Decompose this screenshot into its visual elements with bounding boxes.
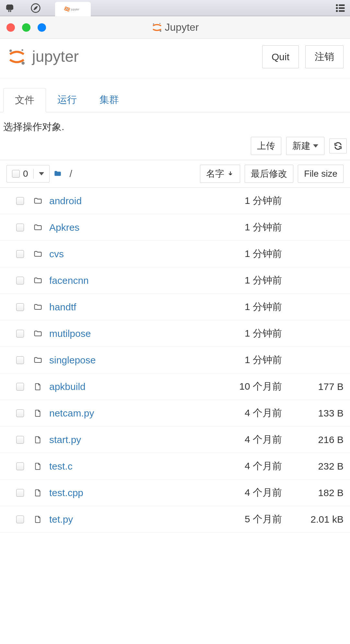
row-checkbox[interactable] — [16, 516, 24, 523]
file-icon — [33, 382, 43, 392]
file-name-link[interactable]: mutilpose — [49, 328, 207, 339]
window-titlebar: Jupyter — [0, 16, 350, 39]
svg-rect-7 — [339, 4, 345, 6]
folder-home-icon[interactable] — [53, 170, 63, 178]
android-icon[interactable] — [3, 2, 16, 15]
file-name-link[interactable]: apkbuild — [49, 381, 207, 392]
file-row: test.cpp4 个月前182 B — [0, 480, 350, 506]
file-row: netcam.py4 个月前133 B — [0, 400, 350, 427]
file-size: 232 B — [285, 461, 344, 472]
file-name-link[interactable]: start.py — [49, 434, 207, 445]
file-modified: 5 个月前 — [211, 513, 282, 526]
folder-icon — [33, 275, 43, 286]
file-name-link[interactable]: test.cpp — [49, 487, 207, 498]
tab-0[interactable]: 文件 — [3, 88, 46, 112]
file-modified: 4 个月前 — [211, 486, 282, 499]
svg-point-15 — [9, 50, 12, 52]
file-icon — [33, 408, 43, 418]
row-checkbox[interactable] — [16, 409, 24, 417]
tab-2[interactable]: 集群 — [88, 88, 130, 112]
file-modified: 1 分钟前 — [211, 300, 282, 314]
file-name-link[interactable]: test.c — [49, 461, 207, 472]
folder-icon — [33, 222, 43, 233]
folder-icon — [33, 302, 43, 312]
row-checkbox[interactable] — [16, 197, 24, 205]
action-row: 上传 新建 — [0, 137, 350, 160]
upload-button[interactable]: 上传 — [251, 137, 281, 155]
quit-button[interactable]: Quit — [262, 45, 299, 68]
window-title: Jupyter — [151, 21, 199, 33]
folder-icon — [33, 355, 43, 365]
sort-name-button[interactable]: 名字 — [200, 165, 240, 183]
sort-modified-button[interactable]: 最后修改 — [245, 165, 293, 183]
svg-point-6 — [336, 4, 338, 6]
tabs: 文件运行集群 — [0, 78, 350, 112]
file-size: 133 B — [285, 408, 344, 419]
instruction-text: 选择操作对象. — [0, 112, 350, 137]
row-checkbox[interactable] — [16, 303, 24, 311]
file-icon — [33, 488, 43, 498]
sort-size-button[interactable]: File size — [298, 165, 344, 183]
select-all-checkbox[interactable] — [12, 170, 20, 178]
compass-icon[interactable] — [29, 2, 42, 15]
svg-text:jupyter: jupyter — [71, 7, 79, 11]
caret-down-icon — [39, 172, 44, 175]
svg-point-4 — [66, 8, 68, 10]
new-button[interactable]: 新建 — [286, 137, 324, 155]
row-checkbox[interactable] — [16, 250, 24, 258]
file-name-link[interactable]: cvs — [49, 249, 207, 260]
svg-point-10 — [336, 10, 338, 12]
selected-count: 0 — [23, 169, 28, 179]
traffic-lights — [6, 23, 46, 32]
sort-name-label: 名字 — [206, 168, 224, 180]
file-name-link[interactable]: tet.py — [49, 514, 207, 525]
file-row: android1 分钟前 — [0, 188, 350, 214]
file-icon — [33, 435, 43, 445]
jupyter-tab[interactable]: jupyter — [55, 2, 91, 16]
svg-point-14 — [159, 23, 160, 24]
window-title-text: Jupyter — [165, 21, 199, 33]
refresh-button[interactable] — [329, 139, 347, 153]
file-name-link[interactable]: singlepose — [49, 355, 207, 366]
select-dropdown[interactable] — [33, 169, 49, 179]
file-size: 177 B — [285, 381, 344, 392]
file-modified: 4 个月前 — [211, 406, 282, 420]
jupyter-logo[interactable]: jupyter — [6, 47, 99, 67]
breadcrumb[interactable]: / — [70, 168, 72, 179]
file-row: apkbuild10 个月前177 B — [0, 373, 350, 400]
file-row: Apkres1 分钟前 — [0, 214, 350, 241]
svg-marker-1 — [34, 6, 38, 10]
svg-point-13 — [160, 30, 161, 32]
file-modified: 4 个月前 — [211, 433, 282, 446]
file-name-link[interactable]: Apkres — [49, 222, 207, 233]
file-name-link[interactable]: facencnn — [49, 275, 207, 286]
file-list: android1 分钟前Apkres1 分钟前cvs1 分钟前facencnn1… — [0, 188, 350, 533]
file-size: 2.01 kB — [285, 514, 344, 525]
svg-rect-11 — [339, 10, 345, 12]
row-checkbox[interactable] — [16, 356, 24, 364]
minimize-window-button[interactable] — [22, 23, 30, 32]
file-size: 216 B — [285, 434, 344, 445]
select-all-checkbox-part[interactable]: 0 — [7, 165, 33, 182]
row-checkbox[interactable] — [16, 330, 24, 338]
logout-button[interactable]: 注销 — [305, 45, 344, 68]
row-checkbox[interactable] — [16, 462, 24, 470]
row-checkbox[interactable] — [16, 277, 24, 284]
list-header: 0 / 名字 最后修改 File size — [0, 160, 350, 188]
close-window-button[interactable] — [6, 23, 15, 32]
row-checkbox[interactable] — [16, 224, 24, 231]
row-checkbox[interactable] — [16, 383, 24, 391]
file-row: start.py4 个月前216 B — [0, 427, 350, 453]
file-name-link[interactable]: android — [49, 195, 207, 206]
header: jupyter Quit 注销 — [0, 39, 350, 78]
menu-icon[interactable] — [334, 2, 347, 15]
file-icon — [33, 514, 43, 525]
folder-icon — [33, 196, 43, 206]
file-modified: 10 个月前 — [211, 380, 282, 393]
tab-1[interactable]: 运行 — [46, 88, 88, 112]
row-checkbox[interactable] — [16, 436, 24, 444]
row-checkbox[interactable] — [16, 489, 24, 497]
file-name-link[interactable]: netcam.py — [49, 408, 207, 419]
maximize-window-button[interactable] — [38, 23, 46, 32]
file-name-link[interactable]: handtf — [49, 302, 207, 313]
